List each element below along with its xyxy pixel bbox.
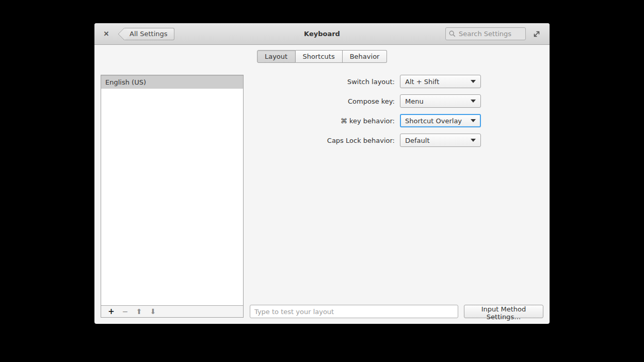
tab-shortcuts[interactable]: Shortcuts [296,50,343,63]
search-icon [449,30,456,37]
chevron-down-icon [471,119,476,122]
tab-behavior[interactable]: Behavior [343,50,388,63]
layout-options-form: Switch layout: Alt + Shift Compose key: … [250,75,481,147]
chevron-down-icon [471,139,476,142]
layout-list-frame: English (US) + − ⬆ ⬇ [101,75,244,318]
tab-layout[interactable]: Layout [257,50,296,63]
move-up-icon[interactable]: ⬆ [132,306,146,317]
caps-lock-behavior-row: Caps Lock behavior: Default [250,134,481,147]
test-layout-input[interactable] [250,305,458,318]
cmd-key-behavior-value: Shortcut Overlay [405,117,471,125]
compose-key-dropdown[interactable]: Menu [400,94,481,108]
switch-layout-row: Switch layout: Alt + Shift [250,75,481,88]
settings-window: ✕ All Settings Keyboard Layout Shortcuts… [94,23,550,324]
add-layout-button[interactable]: + [104,306,118,317]
compose-key-value: Menu [405,97,471,105]
remove-layout-button[interactable]: − [118,306,132,317]
switch-layout-label: Switch layout: [250,78,395,86]
headerbar: ✕ All Settings Keyboard [94,23,550,45]
input-method-settings-button[interactable]: Input Method Settings… [464,305,543,318]
maximize-icon[interactable] [530,27,543,41]
cmd-key-behavior-row: ⌘ key behavior: Shortcut Overlay [250,114,481,127]
compose-key-row: Compose key: Menu [250,94,481,108]
move-down-icon[interactable]: ⬇ [146,306,160,317]
layout-list-item[interactable]: English (US) [101,75,243,89]
chevron-down-icon [471,80,476,83]
switch-layout-value: Alt + Shift [405,78,471,86]
caps-lock-behavior-label: Caps Lock behavior: [250,137,395,144]
cmd-key-behavior-dropdown[interactable]: Shortcut Overlay [400,114,481,127]
search-settings-box[interactable] [445,27,526,40]
back-button-label: All Settings [130,30,168,38]
caps-lock-behavior-dropdown[interactable]: Default [400,134,481,147]
layout-list[interactable]: English (US) [101,75,243,305]
tab-bar: Layout Shortcuts Behavior [94,50,550,63]
compose-key-label: Compose key: [250,97,395,105]
layout-list-toolbar: + − ⬆ ⬇ [101,305,243,317]
caps-lock-behavior-value: Default [405,137,471,144]
switch-layout-dropdown[interactable]: Alt + Shift [400,75,481,88]
search-input[interactable] [459,30,522,38]
chevron-down-icon [471,100,476,103]
back-button-all-settings[interactable]: All Settings [124,28,174,40]
diagonal-resize-icon [533,30,540,38]
close-icon[interactable]: ✕ [101,28,112,40]
cmd-key-behavior-label: ⌘ key behavior: [250,117,395,125]
